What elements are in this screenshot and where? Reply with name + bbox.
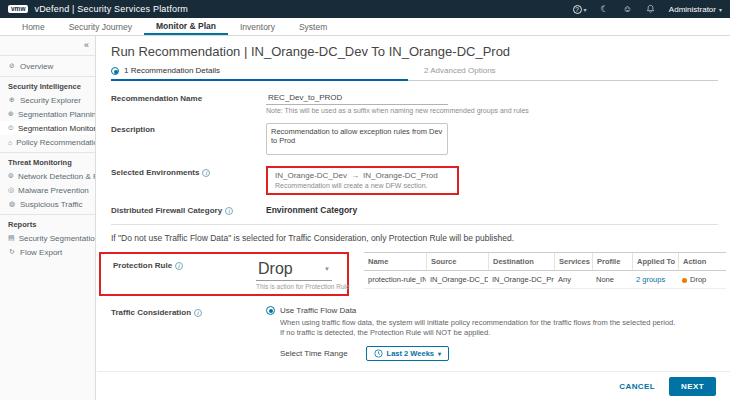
- help-menu[interactable]: ? ▾: [573, 5, 587, 14]
- time-range-row: Select Time Range Last 2 Weeks ▾: [280, 346, 675, 361]
- sidebar-section-reports: Reports ▤ Security Segmentation R... ↻ F…: [0, 214, 95, 259]
- sidebar-item-segmentation-planning[interactable]: ⊛ Segmentation Planning: [0, 107, 95, 121]
- app-window: vmw vDefend | Security Services Platform…: [0, 0, 730, 400]
- help-icon: ?: [573, 5, 582, 14]
- radio-selected-icon[interactable]: [266, 306, 275, 315]
- chevron-down-icon: ▾: [438, 350, 441, 357]
- time-range-value: Last 2 Weeks: [387, 349, 434, 358]
- dfw-category-label: Distributed Firewall Category i: [111, 204, 266, 215]
- tab-home[interactable]: Home: [10, 18, 57, 35]
- report-icon: ▤: [8, 234, 15, 242]
- traffic-consideration-label: Traffic Consideration i: [111, 306, 266, 317]
- sidebar-section-header: Reports: [0, 218, 95, 231]
- info-icon[interactable]: i: [202, 169, 210, 177]
- column-header-action: Action: [678, 253, 726, 271]
- time-range-button[interactable]: Last 2 Weeks ▾: [366, 346, 449, 361]
- cancel-button[interactable]: CANCEL: [619, 382, 655, 391]
- bell-icon: [646, 4, 655, 14]
- sidebar-section-threat-monitoring: Threat Monitoring ⊚ Network Detection & …: [0, 152, 95, 211]
- env-destination: IN_Orange-DC_Prod: [363, 171, 438, 180]
- description-textarea[interactable]: Recommendation to allow exception rules …: [266, 123, 448, 155]
- section-divider: [111, 224, 718, 225]
- chevron-down-icon: ▼: [324, 266, 330, 272]
- column-header-applied-to: Applied To: [632, 253, 678, 271]
- column-header-source: Source: [426, 253, 488, 271]
- rule-destination-cell: IN_Orange-DC_Prod: [488, 271, 554, 289]
- sidebar-item-label: Policy Recommendations: [16, 138, 96, 147]
- sidebar-collapse-button[interactable]: «: [0, 38, 95, 52]
- arrow-right-icon: →: [347, 171, 363, 180]
- recommendation-name-input[interactable]: [266, 92, 448, 105]
- wizard-steps: 1 Recommendation Details 2 Advanced Opti…: [111, 66, 718, 81]
- selected-environments-label: Selected Environments i: [111, 166, 266, 177]
- primary-nav: Home Security Journey Monitor & Plan Inv…: [0, 18, 730, 36]
- sidebar-item-segmentation-monitoring[interactable]: ⊙ Segmentation Monitoring: [0, 121, 95, 135]
- annotation-box-environments: IN_Orange-DC_Dev→IN_Orange-DC_Prod Recom…: [266, 166, 459, 195]
- dark-mode-toggle[interactable]: ☾: [601, 4, 609, 14]
- time-range-label: Select Time Range: [280, 349, 348, 358]
- clock-icon: [374, 349, 383, 358]
- sidebar-item-label: Flow Export: [20, 248, 62, 257]
- step-recommendation-details[interactable]: 1 Recommendation Details: [111, 66, 408, 81]
- use-traffic-flow-label: Use Traffic Flow Data: [280, 306, 356, 315]
- use-traffic-flow-description: When using traffic flow data, the system…: [280, 318, 675, 338]
- env-source: IN_Orange-DC_Dev: [275, 171, 347, 180]
- tab-inventory[interactable]: Inventory: [228, 18, 287, 35]
- suspicious-traffic-icon: ◍: [8, 200, 16, 208]
- step-advanced-options[interactable]: 2 Advanced Options: [408, 66, 718, 81]
- tab-security-journey[interactable]: Security Journey: [57, 18, 144, 35]
- sidebar-section-overview: ⊘ Overview: [0, 55, 95, 73]
- recommendation-name-note: Note: This will be used as a suffix when…: [266, 107, 529, 114]
- rule-profile-cell: None: [592, 271, 632, 289]
- info-icon[interactable]: i: [225, 207, 233, 215]
- chevron-down-icon: ▾: [584, 6, 587, 13]
- sidebar-item-security-segmentation-report[interactable]: ▤ Security Segmentation R...: [0, 231, 95, 245]
- sidebar-item-label: Segmentation Planning: [18, 110, 96, 119]
- sidebar-item-label: Security Explorer: [20, 96, 81, 105]
- sidebar-item-network-detection[interactable]: ⊚ Network Detection & Res...: [0, 169, 95, 183]
- malware-prevention-icon: ◎: [8, 186, 14, 194]
- sidebar-item-security-explorer[interactable]: ⊕ Security Explorer: [0, 93, 95, 107]
- feedback-button[interactable]: ☺: [623, 4, 632, 14]
- smiley-icon: ☺: [623, 4, 632, 14]
- sidebar-section-header: Threat Monitoring: [0, 156, 95, 169]
- sidebar-item-label: Malware Prevention: [18, 186, 89, 195]
- use-traffic-flow-option[interactable]: Use Traffic Flow Data: [266, 306, 675, 315]
- protection-rule-value: Drop: [258, 260, 293, 278]
- protection-rule-label: Protection Rule i: [113, 259, 256, 270]
- annotation-box-protection-rule: Protection Rule i Drop ▼ This is action …: [99, 252, 349, 296]
- protection-rule-table: Name Source Destination Services Profile…: [364, 252, 726, 289]
- tab-system[interactable]: System: [287, 18, 339, 35]
- recommendation-name-label: Recommendation Name: [111, 92, 266, 103]
- dfw-category-value: Environment Category: [266, 204, 357, 215]
- user-name: Administrator: [669, 5, 716, 14]
- sidebar-item-label: Segmentation Monitoring: [18, 124, 96, 133]
- security-explorer-icon: ⊕: [8, 96, 16, 104]
- next-button[interactable]: NEXT: [669, 377, 716, 396]
- rule-action-cell: Drop: [678, 271, 726, 289]
- sidebar: « ⊘ Overview Security Intelligence ⊕ Sec…: [0, 36, 96, 400]
- info-icon[interactable]: i: [175, 262, 183, 270]
- overview-icon: ⊘: [8, 62, 16, 70]
- rule-services-cell: Any: [554, 271, 592, 289]
- recommendation-name-row: Recommendation Name Note: This will be u…: [111, 92, 718, 114]
- sidebar-item-policy-recommendations[interactable]: ⌂ Policy Recommendations: [0, 135, 95, 149]
- info-icon[interactable]: i: [194, 309, 202, 317]
- moon-icon: ☾: [601, 4, 609, 14]
- page-title: Run Recommendation | IN_Orange-DC_Dev To…: [111, 44, 718, 59]
- environments-note: Recommendation will create a new DFW sec…: [275, 182, 450, 189]
- sidebar-item-suspicious-traffic[interactable]: ◍ Suspicious Traffic: [0, 197, 95, 211]
- policy-recommendations-icon: ⌂: [8, 139, 12, 146]
- protection-rule-select[interactable]: Drop ▼: [256, 259, 332, 281]
- applied-to-groups-link[interactable]: 2 groups: [636, 275, 665, 284]
- description-label: Description: [111, 123, 266, 134]
- sidebar-item-malware-prevention[interactable]: ◎ Malware Prevention: [0, 183, 95, 197]
- tab-monitor-plan[interactable]: Monitor & Plan: [144, 18, 228, 35]
- notifications-button[interactable]: [646, 4, 655, 14]
- protection-rule-hint: This is action for Protection Rule: [256, 283, 332, 290]
- sidebar-item-flow-export[interactable]: ↻ Flow Export: [0, 245, 95, 259]
- sidebar-item-overview[interactable]: ⊘ Overview: [0, 59, 95, 73]
- sidebar-section-security-intelligence: Security Intelligence ⊕ Security Explore…: [0, 76, 95, 149]
- user-menu[interactable]: Administrator ▾: [669, 5, 722, 14]
- drop-action-dot-icon: [682, 278, 687, 283]
